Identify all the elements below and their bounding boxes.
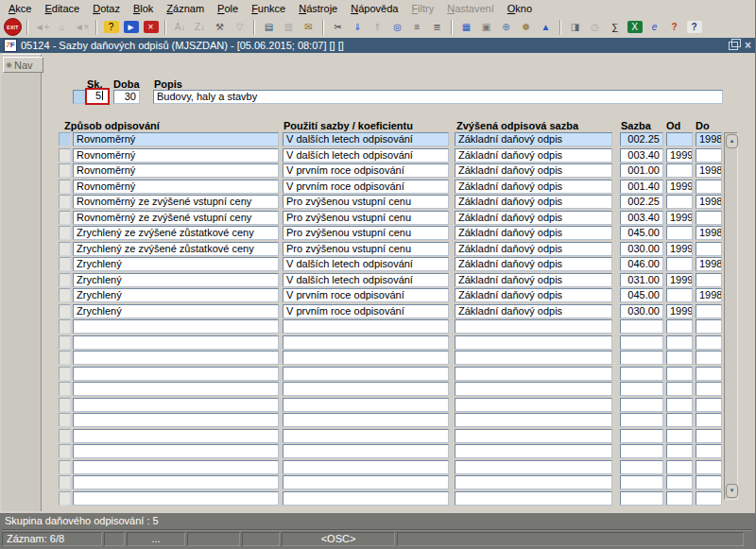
calendar-icon[interactable]: ▦ <box>456 18 476 36</box>
copy-icon[interactable]: ⇑ <box>368 18 387 36</box>
table-cell[interactable]: Základní daňový odpis <box>455 132 612 146</box>
table-cell[interactable]: 1998 <box>696 132 722 146</box>
table-cell[interactable]: Základní daňový odpis <box>455 242 612 256</box>
table-cell[interactable] <box>283 475 449 489</box>
table-cell[interactable] <box>283 351 449 365</box>
table-cell[interactable] <box>455 491 612 506</box>
table-cell[interactable] <box>283 491 449 506</box>
popis-field[interactable]: Budovy, haly a stavby <box>153 90 723 104</box>
table-cell[interactable] <box>620 367 663 381</box>
table-cell[interactable] <box>696 413 722 427</box>
table-cell[interactable]: Zrychlený <box>73 273 279 287</box>
table-cell[interactable]: Základní daňový odpis <box>455 226 612 240</box>
table-cell[interactable]: Základní daňový odpis <box>455 288 612 302</box>
table-cell[interactable]: Zrychlený <box>73 304 279 318</box>
table-cell[interactable] <box>73 491 279 506</box>
table-cell[interactable] <box>283 319 449 334</box>
row-indicator[interactable] <box>59 273 71 287</box>
menu-item-editace[interactable]: Editace <box>38 2 86 15</box>
table-cell[interactable] <box>73 319 279 334</box>
mail-icon[interactable]: ✉ <box>299 18 318 36</box>
table-cell[interactable]: Základní daňový odpis <box>455 211 612 225</box>
table-cell[interactable] <box>73 429 279 443</box>
table-cell[interactable] <box>666 444 693 458</box>
table-cell[interactable] <box>455 475 612 489</box>
table-cell[interactable]: 1999 <box>666 211 693 225</box>
table-cell[interactable]: 046.00 <box>620 257 663 271</box>
table-cell[interactable]: 001.40 <box>620 180 663 194</box>
row-indicator[interactable] <box>59 148 71 163</box>
row-indicator[interactable] <box>59 242 71 256</box>
menu-item-blok[interactable]: Blok <box>127 2 160 15</box>
table-cell[interactable] <box>620 460 663 474</box>
row-indicator[interactable] <box>59 226 71 240</box>
menu-item-nastaveni[interactable]: Nastavení <box>440 2 501 15</box>
nav-tab[interactable]: ◉ Nav <box>3 57 43 73</box>
vertical-scrollbar[interactable]: ▲ ▼ <box>724 132 738 500</box>
row-indicator[interactable] <box>59 319 71 334</box>
table-cell[interactable] <box>696 398 722 412</box>
table-cell[interactable] <box>73 460 279 474</box>
table-cell[interactable] <box>666 398 693 412</box>
print-icon[interactable]: ▤ <box>259 18 279 36</box>
forklift-icon[interactable]: ◨ <box>565 18 585 36</box>
table-cell[interactable]: 045.00 <box>620 226 663 240</box>
table-cell[interactable] <box>666 163 693 178</box>
row-indicator[interactable] <box>59 195 71 209</box>
table-cell[interactable] <box>696 382 722 396</box>
list-values-icon[interactable]: ≡ <box>407 18 427 36</box>
table-cell[interactable]: 030.00 <box>620 304 663 318</box>
table-cell[interactable]: 1999 <box>666 148 693 163</box>
table-cell[interactable] <box>73 444 279 458</box>
row-indicator[interactable] <box>59 351 71 365</box>
table-cell[interactable] <box>696 460 722 474</box>
table-cell[interactable]: V dalších letech odpisování <box>283 132 449 146</box>
table-cell[interactable] <box>455 460 612 474</box>
excel-export-icon[interactable]: X <box>625 18 644 36</box>
table-cell[interactable]: Pro zvýšenou vstupní cenu <box>283 226 449 240</box>
table-cell[interactable] <box>73 351 279 365</box>
megaphone-cancel-icon[interactable]: ◄× <box>72 18 92 36</box>
row-indicator[interactable] <box>59 413 71 427</box>
row-indicator[interactable] <box>59 444 71 458</box>
table-cell[interactable]: 031.00 <box>620 273 663 287</box>
table-cell[interactable]: V prvním roce odpisování <box>283 180 449 194</box>
sort-ascending-icon[interactable]: A↓ <box>170 18 190 36</box>
table-cell[interactable] <box>696 304 722 318</box>
table-cell[interactable]: Zrychlený <box>73 288 279 302</box>
table-cell[interactable] <box>455 398 612 412</box>
table-cell[interactable] <box>283 460 449 474</box>
table-cell[interactable]: Základní daňový odpis <box>455 148 612 163</box>
table-cell[interactable]: Rovnoměrný <box>73 148 279 163</box>
table-cell[interactable] <box>666 367 693 381</box>
menu-item-pole[interactable]: Pole <box>211 2 245 15</box>
table-cell[interactable] <box>666 195 693 209</box>
table-cell[interactable]: 1998 <box>696 195 722 209</box>
table-cell[interactable]: 1998 <box>696 257 722 271</box>
table-cell[interactable] <box>455 444 612 458</box>
table-cell[interactable] <box>455 335 612 350</box>
table-cell[interactable] <box>696 148 722 163</box>
table-cell[interactable] <box>620 382 663 396</box>
row-indicator[interactable] <box>59 491 71 506</box>
scroll-down-button[interactable]: ▼ <box>726 484 738 498</box>
table-cell[interactable]: 003.40 <box>620 211 663 225</box>
table-cell[interactable]: V prvním roce odpisování <box>283 304 449 318</box>
table-cell[interactable]: 002.25 <box>620 195 663 209</box>
table-cell[interactable] <box>696 475 722 489</box>
table-cell[interactable] <box>455 367 612 381</box>
menu-item-okno[interactable]: Okno <box>501 2 539 15</box>
table-cell[interactable] <box>73 335 279 350</box>
table-cell[interactable] <box>620 335 663 350</box>
table-cell[interactable] <box>696 444 722 458</box>
mountain-alert-icon[interactable]: ▲ <box>536 18 556 36</box>
table-cell[interactable] <box>696 351 722 365</box>
sk-field[interactable]: 5 <box>85 88 110 105</box>
table-cell[interactable]: Rovnoměrný <box>73 163 279 178</box>
row-indicator[interactable] <box>59 288 71 302</box>
table-cell[interactable]: 1999 <box>666 304 693 318</box>
table-cell[interactable] <box>73 367 279 381</box>
table-cell[interactable] <box>696 242 722 256</box>
table-cell[interactable] <box>696 367 722 381</box>
table-cell[interactable] <box>666 257 693 271</box>
